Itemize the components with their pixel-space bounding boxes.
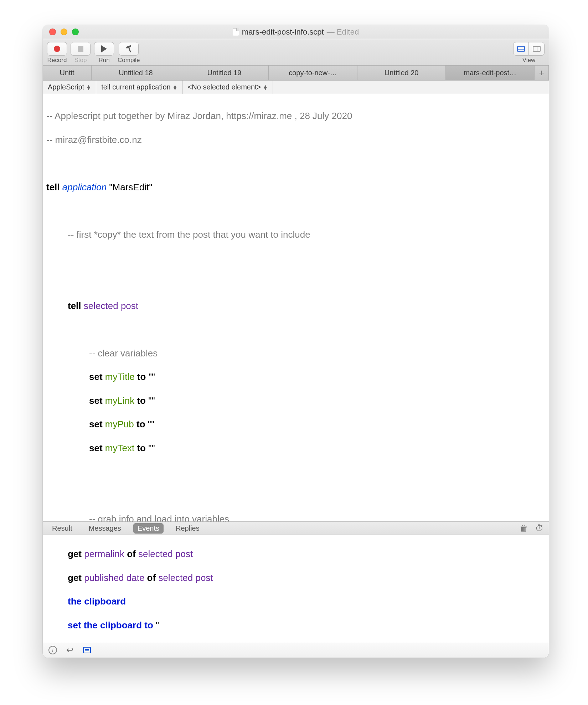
history-icon[interactable]: ⏱	[535, 523, 544, 533]
document-tabs: Untit Untitled 18 Untitled 19 copy-to-ne…	[43, 66, 549, 81]
nav-scope-picker[interactable]: tell current application▲▼	[96, 81, 182, 94]
new-tab-button[interactable]: +	[535, 66, 549, 80]
split-horizontal-icon	[517, 46, 525, 52]
record-icon	[54, 46, 60, 52]
info-button[interactable]: i	[48, 645, 58, 655]
log-tab-messages[interactable]: Messages	[84, 523, 125, 534]
info-icon: i	[48, 646, 57, 654]
nav-language-picker[interactable]: AppleScript▲▼	[43, 81, 96, 94]
nav-element-picker[interactable]: <No selected element>▲▼	[183, 81, 273, 94]
titlebar: mars-edit-post-info.scpt — Edited	[43, 25, 549, 39]
window-title-edited: — Edited	[327, 27, 359, 37]
stop-button[interactable]	[71, 42, 91, 56]
record-label: Record	[47, 57, 67, 64]
view-label: View	[522, 57, 536, 64]
zoom-window-button[interactable]	[72, 29, 79, 35]
hammer-icon	[125, 45, 133, 52]
tab-untitled-18[interactable]: Untitled 18	[92, 66, 180, 80]
stop-icon	[78, 46, 83, 52]
script-editor-area[interactable]: -- Applescript put together by Miraz Jor…	[43, 94, 549, 521]
run-label: Run	[98, 57, 109, 64]
split-vertical-icon	[533, 46, 541, 52]
tab-untitled[interactable]: Untit	[43, 66, 92, 80]
compile-button[interactable]	[119, 42, 139, 56]
log-tab-events[interactable]: Events	[133, 523, 164, 534]
run-button[interactable]	[94, 42, 114, 56]
stop-label: Stop	[74, 57, 87, 64]
log-pane[interactable]: get permalink of selected post get publi…	[43, 535, 549, 642]
toolbar: Record Stop Run Compile View	[43, 39, 549, 66]
view-mode-split-v[interactable]	[529, 42, 545, 56]
description-toggle[interactable]	[82, 645, 92, 655]
play-icon	[101, 45, 107, 52]
document-proxy-icon[interactable]	[233, 28, 239, 36]
script-editor-window: mars-edit-post-info.scpt — Edited Record…	[43, 25, 549, 658]
compile-label: Compile	[118, 57, 140, 64]
tab-untitled-19[interactable]: Untitled 19	[180, 66, 269, 80]
view-mode-split-h[interactable]	[513, 42, 529, 56]
tab-copy-to-new[interactable]: copy-to-new-…	[269, 66, 357, 80]
window-controls	[43, 29, 79, 35]
record-button[interactable]	[47, 42, 67, 56]
status-bar: i ↩	[43, 642, 549, 658]
reply-button[interactable]: ↩	[65, 645, 75, 655]
tab-mars-edit-post[interactable]: mars-edit-post…	[446, 66, 535, 80]
minimize-window-button[interactable]	[61, 29, 67, 35]
navigation-bar: AppleScript▲▼ tell current application▲▼…	[43, 81, 549, 94]
view-mode-segmented[interactable]	[513, 42, 545, 56]
log-tabs: Result Messages Events Replies 🗑 ⏱	[43, 521, 549, 535]
tab-untitled-20[interactable]: Untitled 20	[357, 66, 446, 80]
log-tab-replies[interactable]: Replies	[171, 523, 204, 534]
window-title-filename: mars-edit-post-info.scpt	[242, 27, 324, 37]
trash-icon[interactable]: 🗑	[520, 523, 528, 533]
log-tab-result[interactable]: Result	[48, 523, 77, 534]
lines-icon	[83, 647, 91, 653]
close-window-button[interactable]	[49, 29, 56, 35]
